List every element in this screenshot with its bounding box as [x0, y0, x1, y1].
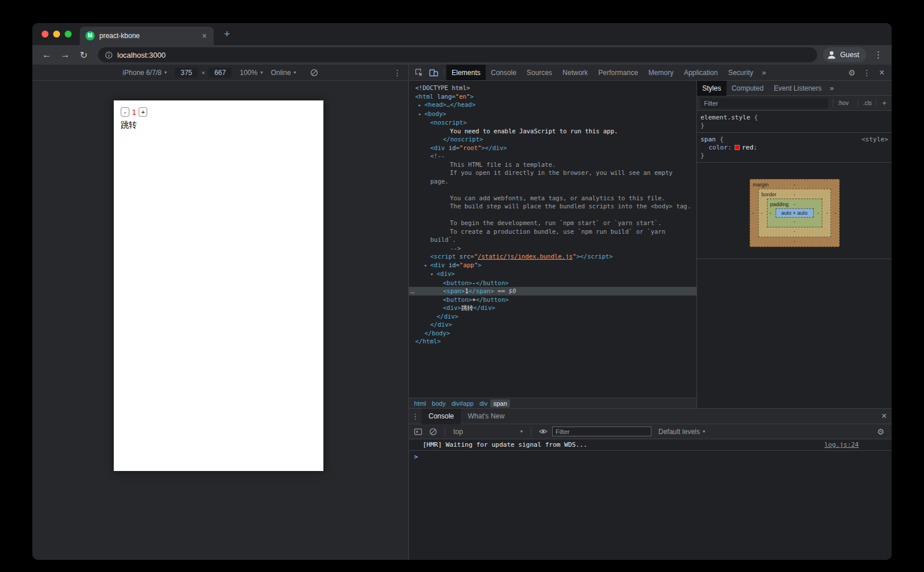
inspect-element-icon[interactable]: [411, 65, 426, 80]
padding-right-value[interactable]: -: [818, 209, 819, 217]
dom-tree-line-selected[interactable]: …<span>1</span> == $0: [409, 287, 696, 296]
back-arrow-icon[interactable]: ←: [38, 47, 55, 63]
dom-tree-line[interactable]: <html lang="en">: [409, 92, 696, 101]
margin-bottom-value[interactable]: -: [793, 237, 795, 245]
browser-tab[interactable]: M preact-kbone ×: [80, 27, 214, 45]
clear-console-icon[interactable]: [427, 424, 439, 439]
dom-tree-line[interactable]: build`.: [409, 235, 696, 244]
more-sidebar-tabs-icon[interactable]: »: [827, 84, 837, 92]
jump-link[interactable]: 跳转: [121, 120, 316, 130]
dom-tree-line[interactable]: </div>: [409, 320, 696, 329]
breadcrumb-item-span[interactable]: span: [490, 399, 510, 407]
console-settings-gear-icon[interactable]: ⚙: [873, 424, 888, 439]
dom-tree-line[interactable]: The build step will place the bundled sc…: [409, 202, 696, 211]
border-right-value[interactable]: -: [826, 209, 828, 217]
drawer-close-icon[interactable]: ×: [877, 409, 892, 424]
info-icon[interactable]: [105, 51, 113, 59]
tab-close-icon[interactable]: ×: [201, 32, 208, 40]
box-model-border[interactable]: border - - - - padding - - -: [758, 189, 831, 237]
network-throttle-select[interactable]: Online ▾: [271, 69, 296, 77]
console-filter-input[interactable]: [552, 427, 651, 436]
reload-icon[interactable]: ↻: [75, 47, 92, 63]
style-rule-span[interactable]: span {<style> color:red; }: [697, 133, 892, 163]
dom-tree-line[interactable]: [409, 185, 696, 194]
dom-tree-line[interactable]: </html>: [409, 337, 696, 346]
viewport-height-input[interactable]: [208, 68, 232, 78]
color-swatch[interactable]: [735, 145, 740, 150]
zoom-window-button[interactable]: [65, 31, 72, 38]
dom-tree-line[interactable]: <!DOCTYPE html>: [409, 84, 696, 92]
border-top-value[interactable]: -: [793, 190, 795, 199]
viewport-width-input[interactable]: [175, 68, 198, 78]
device-toolbar-toggle-icon[interactable]: [426, 65, 441, 80]
devtools-tab-memory[interactable]: Memory: [643, 65, 679, 80]
breadcrumb-item-html[interactable]: html: [411, 399, 429, 407]
devtools-tab-sources[interactable]: Sources: [521, 65, 557, 80]
console-sidebar-toggle-icon[interactable]: [412, 424, 424, 439]
decrement-button[interactable]: -: [121, 107, 129, 117]
device-toolbar-menu-icon[interactable]: ⋮: [393, 65, 401, 81]
minimize-window-button[interactable]: [53, 31, 60, 38]
address-bar[interactable]: localhost:3000: [98, 47, 817, 62]
devtools-close-icon[interactable]: ×: [874, 65, 889, 80]
devtools-tab-performance[interactable]: Performance: [593, 65, 643, 80]
padding-left-value[interactable]: -: [770, 209, 772, 217]
dom-tree-line[interactable]: <!--: [409, 152, 696, 160]
device-type-select[interactable]: iPhone 6/7/8 ▾: [122, 69, 166, 77]
css-property-name[interactable]: color: [709, 144, 728, 151]
dom-tree-line[interactable]: This HTML file is a template.: [409, 160, 696, 169]
devtools-settings-gear-icon[interactable]: ⚙: [844, 65, 859, 80]
dom-tree-line[interactable]: -->: [409, 244, 696, 253]
dom-tree-line[interactable]: </div>: [409, 312, 696, 321]
new-style-rule-button[interactable]: +: [876, 99, 892, 107]
profile-button[interactable]: Guest: [823, 47, 866, 62]
dom-tree-line[interactable]: <script src="/static/js/index.bundle.js"…: [409, 252, 696, 261]
live-expression-eye-icon[interactable]: [537, 424, 549, 439]
padding-top-value[interactable]: -: [793, 200, 795, 208]
increment-button[interactable]: +: [139, 107, 147, 117]
border-left-value[interactable]: -: [761, 209, 763, 217]
margin-top-value[interactable]: -: [793, 181, 795, 189]
collapse-arrow-icon[interactable]: ▾: [430, 270, 437, 279]
toggle-hover-state-button[interactable]: :hov: [833, 99, 854, 107]
log-levels-select[interactable]: Default levels ▾: [655, 428, 709, 436]
more-tabs-icon[interactable]: »: [758, 68, 769, 77]
sidebar-tab-computed[interactable]: Computed: [726, 81, 769, 96]
style-source-link[interactable]: <style>: [862, 136, 888, 144]
breadcrumb-item-div-app[interactable]: div#app: [449, 399, 477, 407]
styles-filter-input[interactable]: [701, 98, 828, 109]
sidebar-tab-styles[interactable]: Styles: [697, 81, 726, 96]
dom-tree-line[interactable]: page.: [409, 177, 696, 186]
dom-tree-line[interactable]: <noscript>: [409, 118, 696, 127]
drawer-tab-what-s-new[interactable]: What's New: [461, 409, 512, 424]
margin-left-value[interactable]: -: [752, 209, 754, 217]
dom-tree-line[interactable]: [409, 211, 696, 219]
new-tab-button[interactable]: +: [219, 27, 234, 42]
devtools-tab-console[interactable]: Console: [486, 65, 521, 80]
devtools-tab-application[interactable]: Application: [679, 65, 723, 80]
dom-tree-line[interactable]: If you open it directly in the browser, …: [409, 169, 696, 177]
toggle-class-button[interactable]: .cls: [858, 99, 876, 107]
close-window-button[interactable]: [42, 31, 49, 38]
box-model-content[interactable]: auto × auto: [776, 208, 814, 218]
dom-tree-line[interactable]: ▾<body>: [409, 110, 696, 119]
dom-tree-line[interactable]: To create a production bundle, use `npm …: [409, 227, 696, 236]
console-prompt[interactable]: >: [409, 451, 892, 462]
rotate-icon[interactable]: [310, 69, 318, 77]
dom-tree-line[interactable]: To begin the development, run `npm start…: [409, 219, 696, 227]
collapse-arrow-icon[interactable]: ▾: [418, 110, 424, 119]
log-source-link[interactable]: log.js:24: [824, 441, 892, 448]
dom-tree-line[interactable]: </body>: [409, 329, 696, 338]
breadcrumb-item-body[interactable]: body: [429, 399, 449, 407]
box-model-margin[interactable]: margin - - - - border - - - -: [750, 179, 840, 247]
dom-tree-line[interactable]: You can add webfonts, meta tags, or anal…: [409, 194, 696, 203]
drawer-menu-icon[interactable]: ⋮: [409, 412, 422, 421]
css-property-value[interactable]: red: [742, 144, 754, 151]
dom-tree-line[interactable]: ▸<head>…</head>: [409, 100, 696, 110]
devtools-tab-network[interactable]: Network: [557, 65, 593, 80]
execution-context-select[interactable]: top ▾: [451, 428, 525, 436]
browser-menu-icon[interactable]: ⋮: [871, 47, 886, 62]
box-model-padding[interactable]: padding - - - - auto × auto: [767, 199, 822, 227]
forward-arrow-icon[interactable]: →: [57, 47, 74, 63]
devtools-menu-icon[interactable]: ⋮: [859, 65, 874, 80]
